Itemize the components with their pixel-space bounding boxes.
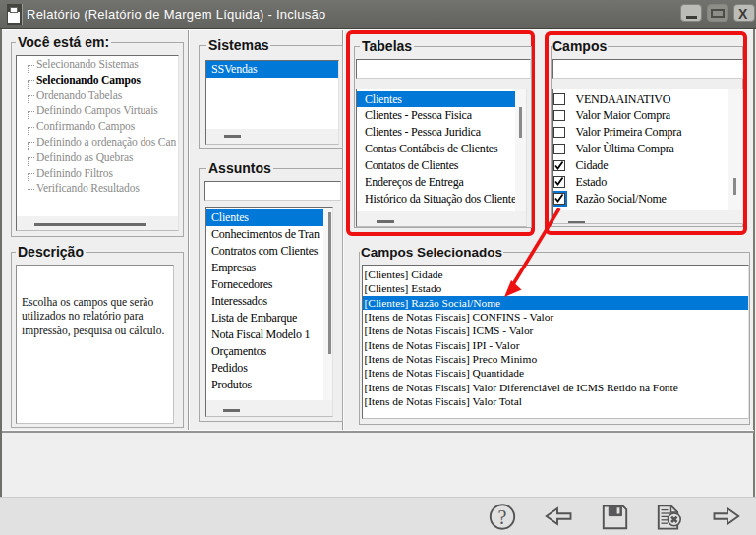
svg-text:?: ? — [498, 506, 507, 528]
